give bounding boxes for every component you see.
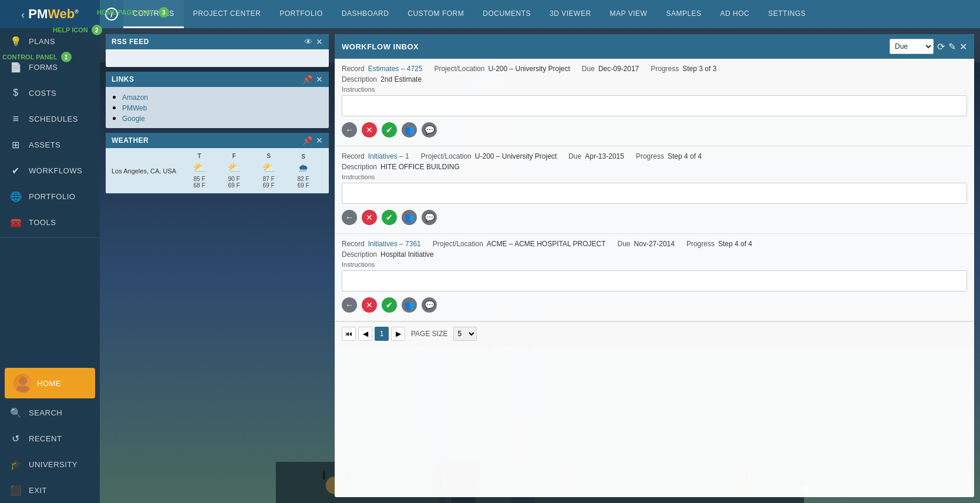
links-list: Amazon PMWeb Google: [113, 92, 322, 123]
tab-ad-hoc[interactable]: AD HOC: [711, 0, 759, 28]
weather-temps-2: 87 F69 F: [263, 176, 275, 189]
pg-page-1-button[interactable]: 1: [375, 327, 389, 341]
wf-comment-btn-3[interactable]: 💬: [422, 297, 437, 313]
rss-close-button[interactable]: ✕: [316, 38, 323, 46]
tab-custom-form[interactable]: CUSTOM FORM: [398, 0, 473, 28]
wf-reject-btn-1[interactable]: ✕: [362, 122, 377, 138]
wf-pair-due-3: Due Nov-27-2014: [618, 240, 675, 248]
tab-controls[interactable]: CONTROLS: [123, 0, 184, 28]
weather-widget-header: WEATHER 📌 ✕: [106, 133, 329, 148]
pg-first-button[interactable]: ⏮: [342, 327, 356, 341]
pmweb-link[interactable]: PMWeb: [122, 104, 147, 112]
wf-assign-btn-1[interactable]: 👥: [402, 122, 417, 138]
rss-eye-button[interactable]: 👁: [304, 38, 312, 46]
amazon-link[interactable]: Amazon: [122, 93, 148, 102]
weather-close-button[interactable]: ✕: [316, 136, 323, 145]
tab-project-center[interactable]: PROJECT CENTER: [184, 0, 270, 28]
weather-temps-1: 90 F69 F: [228, 176, 240, 189]
tab-samples[interactable]: SAMPLES: [656, 0, 710, 28]
sidebar-label-home: HOME: [37, 379, 61, 388]
wf-comment-btn-2[interactable]: 💬: [422, 210, 437, 225]
wf-back-btn-3[interactable]: ←: [342, 297, 357, 313]
wf-approve-btn-2[interactable]: ✔: [382, 210, 397, 225]
rss-widget: RSS FEED 👁 ✕: [106, 34, 329, 67]
sidebar-item-home[interactable]: HOME: [5, 368, 95, 398]
wf-reject-btn-3[interactable]: ✕: [362, 297, 377, 313]
wf-back-btn-2[interactable]: ←: [342, 210, 357, 225]
rss-title: RSS FEED: [112, 38, 149, 46]
workflow-edit-button[interactable]: ✎: [948, 41, 956, 52]
wf-assign-btn-3[interactable]: 👥: [402, 297, 417, 313]
weather-pin-button[interactable]: 📌: [302, 136, 312, 145]
wf-back-btn-1[interactable]: ←: [342, 122, 357, 138]
wf-assign-btn-2[interactable]: 👥: [402, 210, 417, 225]
wf-instructions-2: Instructions: [342, 173, 967, 180]
workflow-filter-select[interactable]: Due All Pending: [890, 39, 934, 54]
wf-progress-label-1: Progress: [651, 65, 679, 73]
wf-comment-btn-1[interactable]: 💬: [422, 122, 437, 138]
wf-due-label-1: Due: [582, 65, 595, 73]
links-pin-button[interactable]: 📌: [302, 75, 312, 83]
sidebar-item-tools[interactable]: 🧰 TOOLS: [0, 209, 100, 235]
google-link[interactable]: Google: [122, 115, 145, 123]
wf-desc-label-3: Description: [342, 250, 377, 259]
tab-map-view[interactable]: MAP VIEW: [601, 0, 657, 28]
wf-record-label-1: Record: [342, 65, 365, 73]
workflow-record-3: Record Initiatives – 7361 Project/Locati…: [335, 234, 974, 321]
sidebar: 💡 PLANS 📄 FORMS $ COSTS ≡ SCHEDULES ⊞ AS…: [0, 28, 100, 503]
wf-pair-progress-3: Progress Step 4 of 4: [686, 240, 752, 248]
top-bar: ‹ PMWeb® i CONTROLS PROJECT CENTER PORTF…: [0, 0, 980, 28]
wf-pair-record-1: Record Estimates – 4725: [342, 65, 422, 73]
wf-textarea-3[interactable]: [342, 270, 967, 291]
wf-progress-value-1: Step 3 of 3: [682, 65, 716, 73]
logo: ‹ PMWeb®: [21, 6, 79, 22]
left-widgets: RSS FEED 👁 ✕ LINKS: [106, 34, 329, 497]
wf-approve-btn-3[interactable]: ✔: [382, 297, 397, 313]
links-body: Amazon PMWeb Google: [106, 87, 329, 128]
wf-approve-btn-1[interactable]: ✔: [382, 122, 397, 138]
wf-record-link-1[interactable]: Estimates – 4725: [368, 65, 423, 73]
sidebar-item-schedules[interactable]: ≡ SCHEDULES: [0, 106, 100, 132]
workflow-title: WORKFLOW INBOX: [342, 42, 419, 51]
sidebar-item-exit[interactable]: ⬛ EXIT: [0, 477, 100, 503]
workflow-record-1: Record Estimates – 4725 Project/Location…: [335, 59, 974, 146]
tab-documents[interactable]: DOCUMENTS: [473, 0, 540, 28]
sidebar-item-recent[interactable]: ↺ RECENT: [0, 425, 100, 451]
sidebar-item-search[interactable]: 🔍 SEARCH: [0, 400, 100, 425]
wf-project-label-3: Project/Location: [433, 240, 483, 248]
tab-dashboard[interactable]: DASHBOARD: [332, 0, 399, 28]
sidebar-item-plans[interactable]: 💡 PLANS: [0, 28, 100, 54]
sidebar-label-university: UNIVERSITY: [29, 460, 78, 469]
wf-record-link-3[interactable]: Initiatives – 7361: [368, 240, 421, 248]
wf-action-bar-2: ← ✕ ✔ 👥 💬: [342, 210, 967, 225]
pg-prev-button[interactable]: ◀: [358, 327, 372, 341]
pg-size-select[interactable]: 5 10 25: [453, 327, 477, 341]
workflow-refresh-button[interactable]: ⟳: [937, 41, 945, 52]
tab-portfolio[interactable]: PORTFOLIO: [270, 0, 332, 28]
sidebar-item-costs[interactable]: $ COSTS: [0, 80, 100, 106]
wf-action-bar-3: ← ✕ ✔ 👥 💬: [342, 297, 967, 313]
sidebar-item-forms[interactable]: 📄 FORMS: [0, 54, 100, 80]
tab-3d-viewer[interactable]: 3D VIEWER: [540, 0, 601, 28]
pg-next-button[interactable]: ▶: [391, 327, 405, 341]
wf-action-bar-1: ← ✕ ✔ 👥 💬: [342, 122, 967, 138]
wf-record-link-2[interactable]: Initiatives – 1: [368, 152, 409, 160]
weather-day-2: S ⛅ 87 F69 F: [252, 153, 285, 189]
sidebar-label-portfolio: PORTFOLIO: [29, 192, 75, 201]
tab-settings[interactable]: SETTINGS: [759, 0, 815, 28]
sidebar-item-workflows[interactable]: ✔ WORKFLOWS: [0, 157, 100, 183]
wf-reject-btn-2[interactable]: ✕: [362, 210, 377, 225]
wf-textarea-2[interactable]: [342, 183, 967, 204]
sidebar-item-portfolio[interactable]: 🌐 PORTFOLIO: [0, 183, 100, 209]
sidebar-item-university[interactable]: 🎓 UNIVERSITY: [0, 451, 100, 477]
sidebar-item-assets[interactable]: ⊞ ASSETS: [0, 132, 100, 157]
wf-project-label-1: Project/Location: [434, 65, 484, 73]
links-close-button[interactable]: ✕: [316, 75, 323, 83]
weather-day-label-3: S: [301, 153, 305, 160]
pg-size-label: PAGE SIZE: [411, 330, 447, 338]
wf-pair-record-3: Record Initiatives – 7361: [342, 240, 421, 248]
info-button[interactable]: i: [100, 0, 123, 28]
wf-textarea-1[interactable]: [342, 95, 967, 116]
weather-day-4: M ⛅ 74 F71 F: [322, 153, 329, 189]
workflow-close-button[interactable]: ✕: [959, 41, 967, 52]
